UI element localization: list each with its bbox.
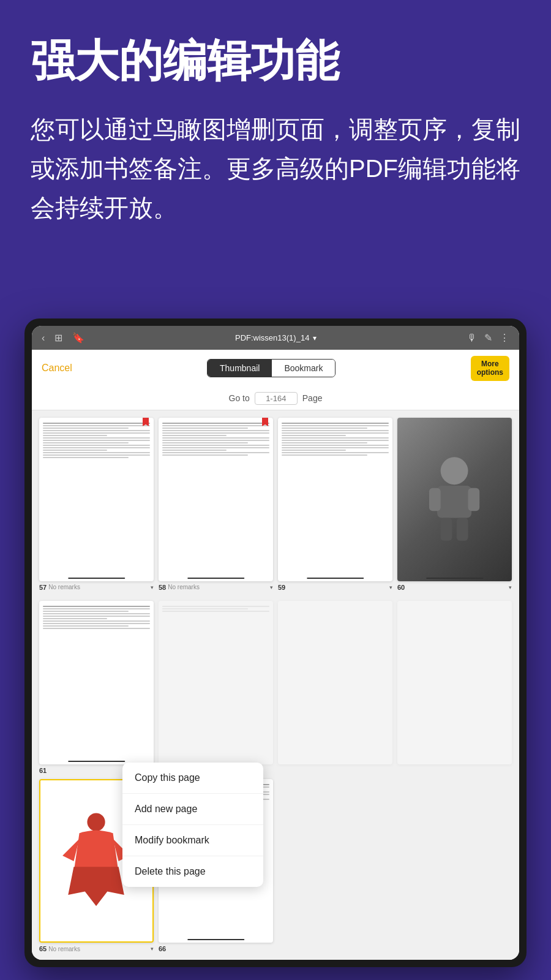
text-line	[43, 618, 107, 619]
svg-rect-4	[441, 518, 452, 540]
thumb-page-placeholder3	[397, 601, 512, 764]
pen-icon[interactable]: ✎	[484, 332, 492, 344]
cancel-button[interactable]: Cancel	[42, 363, 72, 374]
more-options-button[interactable]: More options	[471, 356, 509, 381]
text-line	[162, 442, 248, 443]
chevron-down-icon-59[interactable]: ▾	[389, 584, 392, 590]
thumb-item-57[interactable]: 57 No remarks ▾	[39, 418, 154, 591]
chevron-down-icon[interactable]: ▾	[151, 584, 154, 590]
thumb-label-59: 59 ▾	[278, 584, 392, 591]
text-line	[43, 628, 150, 629]
text-line	[162, 608, 248, 609]
chevron-down-icon-58[interactable]: ▾	[270, 584, 273, 590]
more-icon[interactable]: ⋮	[500, 332, 509, 344]
text-line	[43, 611, 129, 612]
svg-rect-5	[457, 518, 468, 540]
thumb-item-placeholder2	[278, 601, 392, 774]
page-bottom-line	[187, 939, 245, 940]
chevron-down-icon-65[interactable]: ▾	[151, 946, 154, 952]
thumb-page-57[interactable]	[39, 418, 154, 581]
text-line	[282, 440, 389, 441]
thumbnail-grid-row1: 57 No remarks ▾	[32, 410, 519, 598]
text-line	[43, 457, 129, 458]
context-menu-add-page[interactable]: Add new page	[122, 794, 263, 825]
hero-section: 强大的编辑功能 您可以通过鸟瞰图增删页面，调整页序，复制或添加书签备注。更多高级…	[0, 0, 551, 246]
text-line	[282, 450, 346, 451]
context-menu-modify-bookmark[interactable]: Modify bookmark	[122, 825, 263, 856]
topbar-center: PDF:wissen13(1)_14 ▾	[235, 333, 317, 342]
page-remarks-57: No remarks	[48, 584, 80, 590]
thumb-item-placeholder1	[159, 601, 273, 774]
text-line	[282, 452, 389, 453]
text-line	[43, 623, 150, 624]
context-menu-delete-page[interactable]: Delete this page	[122, 856, 263, 887]
text-line	[282, 432, 389, 434]
text-line	[43, 625, 129, 627]
thumb-item-empty2	[397, 779, 512, 952]
text-line	[162, 437, 269, 439]
thumbnail-grid-row2: 61 ▾	[32, 598, 519, 777]
thumb-page-60[interactable]	[397, 418, 512, 581]
page-number-61: 61	[39, 767, 47, 774]
dark-figure-60	[397, 418, 512, 581]
text-line	[43, 425, 150, 426]
tab-thumbnail[interactable]: Thumbnail	[208, 360, 272, 377]
page-number-60: 60	[397, 584, 405, 591]
context-menu-copy-page[interactable]: Copy this page	[122, 763, 263, 794]
text-line	[43, 447, 150, 448]
page-number-57: 57	[39, 584, 47, 591]
thumb-label-58: 58 No remarks ▾	[159, 584, 273, 591]
thumb-page-59[interactable]	[278, 418, 392, 581]
thumb-item-58[interactable]: 58 No remarks ▾	[159, 418, 273, 591]
text-line	[162, 440, 269, 441]
page-bottom-line	[307, 578, 364, 579]
hero-description: 您可以通过鸟瞰图增删页面，调整页序，复制或添加书签备注。更多高级的PDF编辑功能…	[31, 110, 520, 227]
page-number-65: 65	[39, 945, 47, 952]
page-number-66: 66	[159, 945, 166, 952]
text-line	[43, 616, 150, 617]
text-line	[43, 454, 150, 456]
text-line	[43, 440, 150, 441]
text-line	[282, 442, 367, 443]
page-navigation: Go to Page	[32, 387, 519, 410]
text-line	[282, 423, 389, 424]
page-range-input[interactable]	[255, 392, 298, 405]
back-icon[interactable]: ‹	[42, 333, 45, 344]
text-line	[43, 430, 150, 431]
thumb-item-61[interactable]: 61 ▾	[39, 601, 154, 774]
text-line	[162, 435, 227, 436]
text-line	[162, 423, 269, 424]
thumb-item-empty1	[278, 779, 392, 952]
text-line	[43, 620, 150, 622]
chevron-down-icon-60[interactable]: ▾	[509, 584, 512, 590]
text-line	[162, 450, 227, 451]
bookmark-icon[interactable]: 🔖	[72, 332, 84, 344]
thumb-item-placeholder3	[397, 601, 512, 774]
text-line	[162, 606, 269, 607]
text-line	[282, 435, 346, 436]
mic-icon[interactable]: 🎙	[467, 333, 477, 344]
svg-point-6	[88, 813, 105, 831]
text-line	[43, 445, 150, 446]
text-line	[282, 428, 367, 429]
text-line	[43, 450, 107, 451]
grid-icon[interactable]: ⊞	[54, 332, 62, 344]
tablet-main-screen: ‹ ⊞ 🔖 PDF:wissen13(1)_14 ▾ 🎙 ✎ ⋮ Cancel	[32, 326, 519, 960]
thumb-label-65: 65 No remarks ▾	[39, 945, 154, 952]
thumb-item-60[interactable]: 60 ▾	[397, 418, 512, 591]
text-line	[162, 447, 269, 448]
text-line	[162, 425, 269, 426]
thumb-page-61[interactable]	[39, 601, 154, 764]
text-line	[282, 445, 389, 446]
filename-dropdown-icon[interactable]: ▾	[313, 334, 317, 342]
tab-bookmark[interactable]: Bookmark	[272, 360, 335, 377]
text-line	[43, 442, 129, 443]
text-line	[162, 428, 248, 429]
thumb-page-placeholder2	[278, 601, 392, 764]
thumb-page-58[interactable]	[159, 418, 273, 581]
figure-illustration	[420, 442, 489, 557]
thumb-item-59[interactable]: 59 ▾	[278, 418, 392, 591]
topbar-right: 🎙 ✎ ⋮	[467, 332, 509, 344]
text-line	[43, 435, 107, 436]
text-line	[43, 606, 150, 607]
